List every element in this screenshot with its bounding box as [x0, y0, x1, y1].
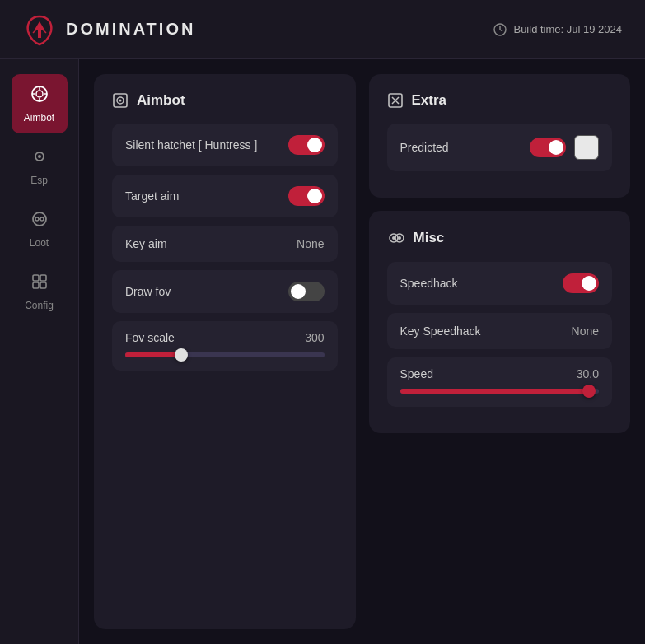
- speed-track[interactable]: [400, 389, 600, 394]
- svg-point-4: [36, 91, 43, 97]
- sidebar-item-esp[interactable]: Esp: [12, 137, 68, 196]
- esp-icon: [30, 147, 49, 170]
- silent-hatchet-row: Silent hatchet [ Huntress ]: [112, 124, 338, 166]
- aimbot-icon: [30, 85, 49, 107]
- svg-rect-15: [33, 275, 39, 281]
- svg-point-21: [119, 100, 122, 102]
- speed-header: Speed 30.0: [400, 367, 600, 380]
- target-aim-toggle[interactable]: [288, 186, 325, 206]
- extra-title-text: Extra: [412, 92, 447, 109]
- clock-icon: [493, 23, 507, 36]
- aimbot-panel-title: Aimbot: [112, 92, 338, 109]
- speed-label: Speed: [400, 367, 433, 380]
- sidebar-config-label: Config: [25, 300, 54, 311]
- silent-hatchet-toggle[interactable]: [288, 135, 325, 155]
- speedhack-toggle[interactable]: [563, 273, 599, 293]
- sidebar-esp-label: Esp: [30, 175, 48, 186]
- fov-scale-header: Fov scale 300: [125, 331, 325, 344]
- svg-point-26: [398, 236, 401, 240]
- svg-point-12: [35, 217, 39, 221]
- logo-text: DOMINATION: [66, 20, 195, 39]
- svg-rect-16: [40, 275, 46, 281]
- fov-scale-value: 300: [305, 331, 324, 344]
- speed-value: 30.0: [577, 367, 599, 380]
- config-icon: [30, 273, 49, 295]
- svg-point-13: [40, 217, 44, 221]
- speedhack-row: Speedhack: [387, 262, 613, 305]
- misc-title-text: Misc: [414, 230, 445, 246]
- svg-line-2: [500, 30, 502, 31]
- draw-fov-row: Draw fov: [112, 270, 338, 313]
- fov-scale-track[interactable]: [125, 352, 325, 357]
- misc-panel: Misc Speedhack Key Speedhack None Speed: [369, 211, 631, 433]
- fov-scale-thumb[interactable]: [175, 348, 188, 362]
- loot-icon: [30, 210, 49, 232]
- sidebar-item-config[interactable]: Config: [12, 262, 68, 321]
- key-aim-row: Key aim None: [112, 226, 338, 262]
- draw-fov-label: Draw fov: [125, 285, 171, 298]
- speed-thumb[interactable]: [582, 385, 596, 398]
- content-area: Aimbot Silent hatchet [ Huntress ] Targe…: [79, 59, 645, 644]
- speed-fill: [400, 389, 589, 394]
- predicted-color-box[interactable]: [574, 135, 599, 160]
- speed-row: Speed 30.0: [387, 357, 613, 407]
- predicted-label: Predicted: [400, 141, 449, 154]
- svg-point-10: [38, 155, 41, 158]
- speedhack-label: Speedhack: [400, 277, 458, 290]
- sidebar-aimbot-label: Aimbot: [24, 112, 54, 124]
- sidebar-item-loot[interactable]: Loot: [12, 199, 68, 259]
- key-speedhack-row: Key Speedhack None: [387, 313, 613, 349]
- predicted-row: Predicted: [387, 124, 613, 171]
- silent-hatchet-label: Silent hatchet [ Huntress ]: [125, 138, 257, 152]
- sidebar-loot-label: Loot: [30, 237, 49, 249]
- aimbot-title-text: Aimbot: [137, 92, 185, 109]
- fov-scale-label: Fov scale: [125, 331, 175, 344]
- build-info: Build time: Jul 19 2024: [493, 23, 622, 36]
- app-header: DOMINATION Build time: Jul 19 2024: [0, 0, 645, 59]
- predicted-controls: [530, 135, 599, 160]
- svg-rect-18: [40, 282, 46, 288]
- draw-fov-toggle[interactable]: [288, 282, 325, 301]
- extra-panel-icon: [387, 92, 404, 109]
- key-aim-value[interactable]: None: [297, 237, 324, 250]
- svg-rect-17: [33, 282, 39, 288]
- target-aim-label: Target aim: [125, 189, 179, 203]
- svg-point-25: [392, 236, 395, 240]
- target-aim-row: Target aim: [112, 175, 338, 217]
- fov-scale-fill: [125, 352, 181, 357]
- key-speedhack-value[interactable]: None: [572, 324, 599, 338]
- aimbot-panel-icon: [112, 92, 129, 109]
- extra-panel-title: Extra: [387, 92, 613, 109]
- key-speedhack-label: Key Speedhack: [400, 324, 481, 338]
- predicted-toggle[interactable]: [530, 138, 566, 157]
- key-aim-label: Key aim: [125, 237, 167, 250]
- misc-panel-title: Misc: [387, 229, 613, 247]
- sidebar-item-aimbot[interactable]: Aimbot: [12, 74, 68, 133]
- logo-icon: [23, 13, 56, 46]
- sidebar: Aimbot Esp Loot: [0, 59, 79, 644]
- misc-panel-icon: [387, 229, 405, 247]
- logo-area: DOMINATION: [23, 13, 195, 46]
- fov-scale-row: Fov scale 300: [112, 321, 338, 371]
- right-column: Extra Predicted: [369, 74, 631, 629]
- main-layout: Aimbot Esp Loot: [0, 59, 645, 644]
- build-time-label: Build time: Jul 19 2024: [513, 23, 622, 35]
- aimbot-panel: Aimbot Silent hatchet [ Huntress ] Targe…: [94, 74, 356, 629]
- extra-panel: Extra Predicted: [369, 74, 631, 198]
